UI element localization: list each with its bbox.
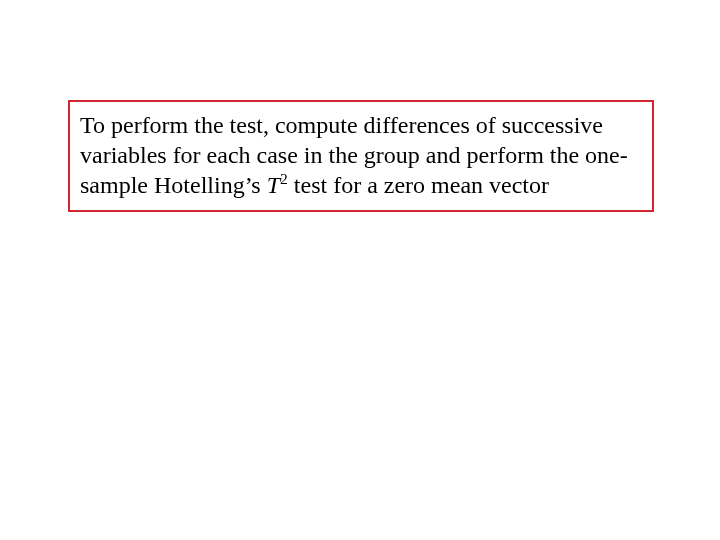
statistic-symbol: T [267, 172, 280, 198]
definition-text: To perform the test, compute differences… [80, 110, 642, 200]
text-segment-after: test for a zero mean vector [288, 172, 549, 198]
highlighted-definition-box: To perform the test, compute differences… [68, 100, 654, 212]
statistic-superscript: 2 [280, 170, 288, 187]
